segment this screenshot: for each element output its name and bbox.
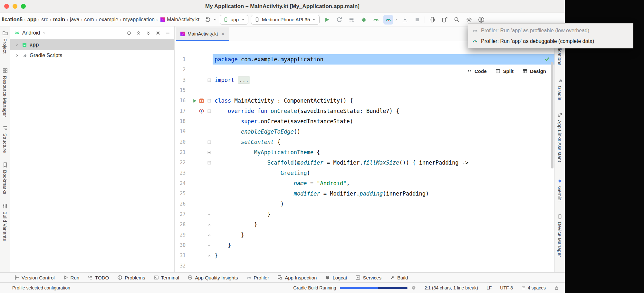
code-line[interactable]: } bbox=[213, 219, 554, 230]
line-number[interactable]: 27 bbox=[175, 209, 186, 219]
gutter[interactable] bbox=[186, 65, 206, 75]
user-avatar[interactable] bbox=[476, 15, 486, 25]
profiler-menu-item[interactable]: Profiler: Run 'app' as profileable (low … bbox=[468, 25, 633, 36]
gutter[interactable] bbox=[186, 219, 206, 230]
fold-marker[interactable] bbox=[206, 147, 213, 157]
line-number[interactable]: 26 bbox=[175, 199, 186, 209]
run-button[interactable] bbox=[322, 15, 332, 25]
gutter[interactable] bbox=[186, 240, 206, 250]
fold-marker[interactable] bbox=[206, 209, 213, 219]
minimize-window-button[interactable] bbox=[13, 4, 17, 9]
line-number[interactable]: 2 bbox=[175, 65, 186, 75]
tool-window-button-terminal[interactable]: Terminal bbox=[154, 275, 179, 280]
gutter[interactable] bbox=[186, 96, 206, 106]
indent-widget[interactable]: 4 spaces bbox=[521, 285, 546, 290]
zoom-window-button[interactable] bbox=[21, 4, 26, 9]
apply-code-changes-icon[interactable] bbox=[347, 15, 356, 25]
code-line[interactable]: } bbox=[213, 250, 554, 261]
gutter[interactable] bbox=[186, 168, 206, 178]
fold-marker[interactable] bbox=[206, 75, 213, 85]
tool-window-button-app-quality-insights[interactable]: App Quality Insights bbox=[187, 275, 238, 280]
line-number[interactable]: 18 bbox=[175, 116, 186, 126]
line-number[interactable]: 29 bbox=[175, 230, 186, 240]
breadcrumb-item[interactable]: example bbox=[98, 17, 119, 23]
editor-tab[interactable]: K MainActivity.kt × bbox=[176, 27, 229, 41]
gutter[interactable] bbox=[186, 137, 206, 147]
panel-settings-icon[interactable] bbox=[155, 30, 161, 36]
line-number[interactable]: 32 bbox=[175, 261, 186, 271]
tool-window-button-profiler[interactable]: Profiler bbox=[246, 275, 269, 280]
tool-stripe-project[interactable]: Project bbox=[2, 30, 8, 54]
line-ending-widget[interactable]: LF bbox=[486, 285, 492, 290]
caret-position-widget[interactable]: 2:1 (34 chars, 1 line break) bbox=[424, 285, 478, 290]
expand-all-icon[interactable] bbox=[136, 30, 141, 36]
collapse-all-icon[interactable] bbox=[146, 30, 151, 36]
code-line[interactable]: name = "Android", bbox=[213, 178, 554, 188]
fold-marker[interactable] bbox=[206, 106, 213, 116]
gutter[interactable] bbox=[186, 75, 206, 85]
code-line[interactable]: MyApplicationTheme { bbox=[213, 147, 554, 157]
breadcrumb-item[interactable]: app bbox=[26, 17, 37, 23]
line-number[interactable]: 30 bbox=[175, 240, 186, 250]
tool-stripe-resource-manager[interactable]: Resource Manager bbox=[2, 68, 8, 117]
tool-stripe-app-links-assistant[interactable]: App Links Assistant bbox=[557, 112, 563, 162]
select-opened-file-icon[interactable] bbox=[126, 30, 132, 36]
tool-window-button-app-inspection[interactable]: App Inspection bbox=[277, 275, 317, 280]
fold-marker[interactable] bbox=[206, 219, 213, 230]
breadcrumb-item[interactable]: MainActivity.kt bbox=[166, 17, 200, 23]
device-mirroring-icon[interactable] bbox=[440, 15, 449, 25]
readonly-lock-icon[interactable] bbox=[554, 286, 559, 290]
code-line[interactable]: ) bbox=[213, 199, 554, 209]
tool-window-button-problems[interactable]: Problems bbox=[117, 275, 145, 280]
code-line[interactable]: super.onCreate(savedInstanceState) bbox=[213, 116, 554, 126]
tool-stripe-gemini[interactable]: Gemini bbox=[557, 178, 563, 202]
gutter[interactable] bbox=[186, 250, 206, 261]
code-line[interactable]: setContent { bbox=[213, 137, 554, 147]
code-line[interactable]: enableEdgeToEdge() bbox=[213, 126, 554, 137]
line-number[interactable]: 24 bbox=[175, 178, 186, 188]
fold-marker[interactable] bbox=[206, 157, 213, 168]
settings-icon[interactable] bbox=[464, 15, 474, 25]
fold-marker[interactable] bbox=[206, 137, 213, 147]
breadcrumb-item[interactable]: com bbox=[83, 17, 95, 23]
breadcrumb-item[interactable]: lication5 bbox=[1, 17, 24, 23]
gutter[interactable] bbox=[186, 147, 206, 157]
line-number[interactable]: 25 bbox=[175, 188, 186, 199]
gutter[interactable] bbox=[186, 188, 206, 199]
tool-window-button-build[interactable]: Build bbox=[390, 275, 408, 280]
debug-button[interactable] bbox=[359, 15, 369, 25]
search-everywhere-icon[interactable] bbox=[452, 15, 462, 25]
tool-window-button-todo[interactable]: TODO bbox=[88, 275, 109, 280]
stop-button[interactable] bbox=[412, 15, 422, 25]
close-tab-icon[interactable]: × bbox=[221, 31, 225, 37]
breadcrumb-item[interactable]: main bbox=[52, 17, 66, 23]
breadcrumb-item[interactable]: java bbox=[69, 17, 80, 23]
gutter[interactable] bbox=[186, 178, 206, 188]
gutter[interactable] bbox=[186, 157, 206, 168]
tree-item-gradle-scripts[interactable]: Gradle Scripts bbox=[10, 50, 174, 61]
breadcrumb-item[interactable]: src bbox=[40, 17, 49, 23]
line-number[interactable]: 3 bbox=[175, 75, 186, 85]
gutter[interactable] bbox=[186, 199, 206, 209]
tool-stripe-structure[interactable]: Structure bbox=[2, 125, 8, 153]
code-line[interactable]: package com.example.myapplication bbox=[213, 54, 554, 65]
gutter[interactable] bbox=[186, 230, 206, 240]
tool-stripe-device-manager[interactable]: Device Manager bbox=[557, 214, 563, 257]
hide-panel-icon[interactable] bbox=[165, 30, 170, 36]
device-select[interactable]: Medium Phone API 35 bbox=[251, 15, 320, 25]
code-line[interactable]: override fun onCreate(savedInstanceState… bbox=[213, 106, 554, 116]
line-number[interactable]: 22 bbox=[175, 157, 186, 168]
close-window-button[interactable] bbox=[4, 4, 9, 9]
inspections-status-icon[interactable] bbox=[544, 56, 550, 62]
code-line[interactable]: Greeting( bbox=[213, 168, 554, 178]
profile-low-overhead-icon[interactable] bbox=[371, 15, 381, 25]
tool-window-button-services[interactable]: Services bbox=[355, 275, 381, 280]
profiler-dropdown-chevron[interactable] bbox=[394, 18, 398, 22]
line-number[interactable]: 17 bbox=[175, 106, 186, 116]
line-number[interactable]: 28 bbox=[175, 219, 186, 230]
running-devices-icon[interactable] bbox=[428, 15, 437, 25]
cancel-build-icon[interactable] bbox=[411, 286, 416, 290]
code-line[interactable]: class MainActivity : ComponentActivity()… bbox=[213, 96, 554, 106]
tool-stripe-bookmarks[interactable]: Bookmarks bbox=[2, 162, 8, 194]
code-line[interactable]: import ... bbox=[213, 75, 554, 85]
